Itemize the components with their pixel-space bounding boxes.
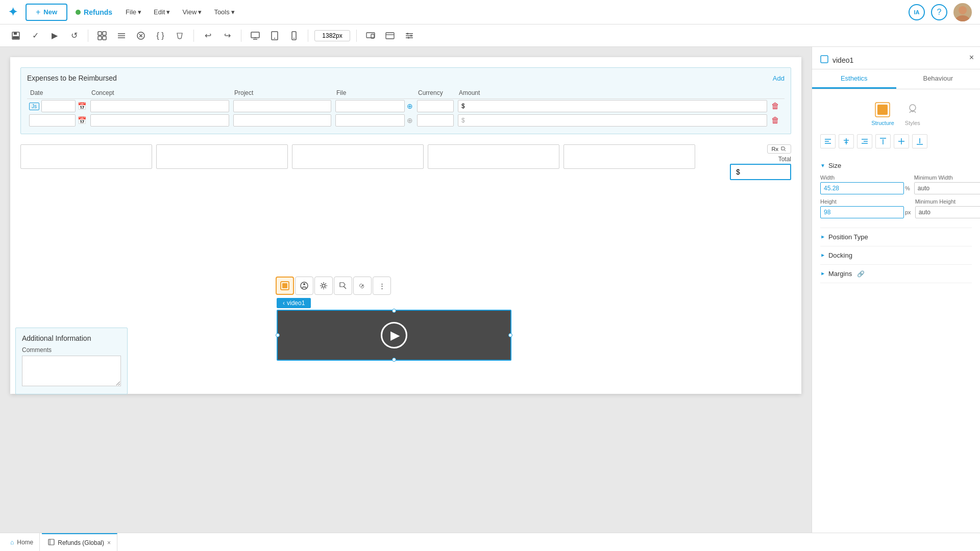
panel-close-button[interactable]: × <box>969 53 974 62</box>
refresh-button[interactable]: ↺ <box>66 28 82 43</box>
date-input-1[interactable] <box>41 100 76 112</box>
tab-refunds-close-button[interactable]: × <box>107 539 111 546</box>
svg-point-42 <box>910 105 916 111</box>
amount-input-2[interactable] <box>458 114 767 127</box>
menu-edit[interactable]: Edit ▾ <box>149 5 175 19</box>
js-badge[interactable]: Js <box>29 103 39 110</box>
position-type-header[interactable]: ▼ Position Type <box>820 233 972 241</box>
min-width-input[interactable]: auto <box>914 182 980 194</box>
bottom-tabs: ⌂ Home Refunds (Global) × <box>0 533 980 551</box>
menu-tools[interactable]: Tools ▾ <box>209 5 239 19</box>
secondary-input-2[interactable] <box>156 144 288 169</box>
rx-badge[interactable]: Rx <box>767 144 791 154</box>
undo-button[interactable]: ↩ <box>200 28 215 43</box>
play-button[interactable]: ▶ <box>47 28 62 43</box>
svg-rect-41 <box>877 105 888 115</box>
currency-input-1[interactable] <box>417 100 454 112</box>
width-unit: % <box>905 185 910 191</box>
help-button[interactable]: ? <box>931 4 947 20</box>
styles-mode-button[interactable]: Styles <box>904 102 921 126</box>
align-left-button[interactable] <box>820 134 836 148</box>
save-button[interactable] <box>8 28 23 43</box>
video-element[interactable]: ▶ <box>277 310 511 361</box>
video-rx-button[interactable] <box>334 277 352 295</box>
code-button[interactable]: { } <box>153 28 168 43</box>
align-center-h-button[interactable] <box>839 134 854 148</box>
svg-point-19 <box>274 38 275 39</box>
file-input-2[interactable] <box>335 114 405 127</box>
concept-input-2[interactable] <box>90 114 229 127</box>
calendar-icon-2[interactable]: 📅 <box>78 116 86 124</box>
video-more-button[interactable]: ⋮ <box>373 277 391 295</box>
secondary-input-4[interactable] <box>428 144 559 169</box>
currency-input-2[interactable] <box>417 114 454 127</box>
align-bottom-button[interactable] <box>912 134 927 148</box>
tab-esthetics[interactable]: Esthetics <box>812 69 896 89</box>
canvas-area[interactable]: Expenses to be Reimbursed Add Date Conce… <box>0 47 812 533</box>
check-button[interactable]: ✓ <box>28 28 43 43</box>
new-button[interactable]: + New <box>26 4 67 21</box>
ia-button[interactable]: IA <box>909 4 925 20</box>
resize-handle-right[interactable] <box>508 333 512 337</box>
structure-label: Structure <box>871 120 894 126</box>
video-link-button[interactable] <box>353 277 372 295</box>
resize-handle-bottom[interactable] <box>392 358 396 362</box>
resize-handle-left[interactable] <box>276 333 280 337</box>
menu-view[interactable]: View ▾ <box>177 5 207 19</box>
margins-header[interactable]: ▼ Margins 🔗 <box>820 270 972 278</box>
upload-icon-2[interactable]: ⊕ <box>407 116 413 124</box>
video-style-button[interactable] <box>295 277 313 295</box>
nav-right: IA ? <box>909 3 972 21</box>
docking-header[interactable]: ▼ Docking <box>820 252 972 259</box>
resize-handle-top[interactable] <box>392 309 396 313</box>
width-input[interactable]: 45.28 <box>820 182 904 194</box>
redo-button[interactable]: ↪ <box>219 28 235 43</box>
height-input[interactable]: 98 <box>820 206 904 218</box>
mobile-view-button[interactable] <box>286 28 302 43</box>
desktop-view-button[interactable] <box>248 28 263 43</box>
tab-home[interactable]: ⌂ Home <box>4 533 40 551</box>
layers-button[interactable] <box>114 28 129 43</box>
secondary-input-5[interactable] <box>564 144 695 169</box>
min-height-input[interactable]: auto <box>915 206 980 218</box>
html-button[interactable] <box>172 28 187 43</box>
size-section-header[interactable]: ▼ Size <box>820 162 972 169</box>
project-input-2[interactable] <box>233 114 331 127</box>
align-right-button[interactable] <box>857 134 872 148</box>
video-structure-button[interactable] <box>276 277 294 295</box>
video-settings-button[interactable] <box>314 277 333 295</box>
amount-input-1[interactable] <box>458 100 767 112</box>
responsive-button[interactable] <box>363 28 378 43</box>
calendar-icon-1[interactable]: 📅 <box>78 102 86 110</box>
user-avatar[interactable] <box>953 3 972 21</box>
file-input-1[interactable] <box>335 100 405 112</box>
add-button[interactable]: Add <box>773 74 785 82</box>
components-button[interactable] <box>94 28 110 43</box>
app-logo[interactable]: ✦ <box>8 6 17 19</box>
concept-input-1[interactable] <box>90 100 229 112</box>
delete-row-1-button[interactable]: 🗑 <box>771 102 779 110</box>
svg-line-38 <box>344 286 346 289</box>
secondary-input-1[interactable] <box>20 144 152 169</box>
delete-row-2-button[interactable]: 🗑 <box>771 116 779 124</box>
total-input[interactable]: $ <box>730 164 791 180</box>
project-input-1[interactable] <box>233 100 331 112</box>
tab-refunds[interactable]: Refunds (Global) × <box>42 533 117 551</box>
file-cell-2: ⊕ <box>333 113 415 128</box>
video-label-badge[interactable]: ‹ video1 <box>277 298 311 308</box>
zoom-input[interactable]: 1382px <box>314 30 350 41</box>
align-top-button[interactable] <box>875 134 891 148</box>
secondary-input-3[interactable] <box>292 144 424 169</box>
settings-button[interactable] <box>402 28 417 43</box>
comments-textarea[interactable] <box>22 356 121 386</box>
variables-button[interactable] <box>133 28 149 43</box>
browser-button[interactable] <box>382 28 398 43</box>
date-input-2[interactable] <box>29 114 76 127</box>
menu-file[interactable]: File ▾ <box>120 5 146 19</box>
align-center-v-button[interactable] <box>894 134 909 148</box>
upload-icon-1[interactable]: ⊕ <box>407 102 413 110</box>
svg-point-1 <box>955 15 970 21</box>
tablet-view-button[interactable] <box>267 28 282 43</box>
structure-mode-button[interactable]: Structure <box>871 102 894 126</box>
tab-behaviour[interactable]: Behaviour <box>896 69 981 89</box>
